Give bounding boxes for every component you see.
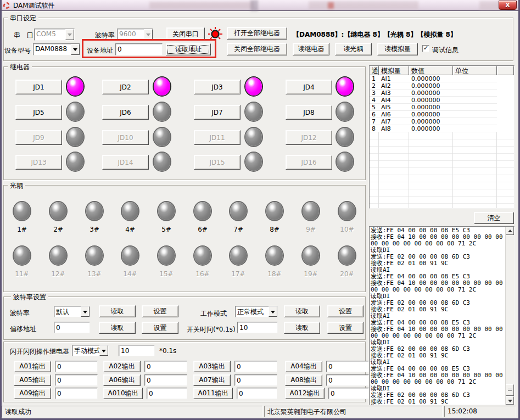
chevron-down-icon bbox=[71, 44, 80, 55]
output-button-a04[interactable]: A04输出 bbox=[285, 361, 322, 372]
flash-time-input[interactable] bbox=[119, 345, 155, 356]
set-switchtime-button[interactable]: 设置 bbox=[327, 322, 364, 334]
output-input-a011[interactable] bbox=[237, 388, 277, 399]
opto-label-19: 19# bbox=[303, 270, 319, 278]
relay-button-jd1[interactable]: JD1 bbox=[15, 80, 62, 94]
close-serial-button[interactable]: 关闭串口 bbox=[166, 27, 205, 41]
output-button-a012[interactable]: A012输出 bbox=[285, 388, 325, 399]
relay-button-jd15: JD15 bbox=[194, 155, 241, 170]
table-row: 1AI10.000000 bbox=[370, 75, 514, 82]
relay-button-jd7[interactable]: JD7 bbox=[194, 105, 241, 120]
scroll-up-icon[interactable] bbox=[506, 227, 514, 235]
col-header-analog[interactable]: 模拟量 bbox=[379, 66, 409, 75]
output-button-a05[interactable]: A05输出 bbox=[14, 374, 51, 386]
close-button[interactable]: X bbox=[499, 1, 517, 10]
output-input-a09[interactable] bbox=[55, 388, 98, 399]
cell-value: 0.000000 bbox=[409, 118, 453, 125]
read-baud-button[interactable]: 读取 bbox=[99, 305, 136, 317]
output-input-a05[interactable] bbox=[55, 374, 98, 386]
opto-led-13 bbox=[86, 247, 103, 265]
relay-led-jd16 bbox=[337, 153, 353, 171]
output-button-a08[interactable]: A08输出 bbox=[285, 374, 322, 386]
set-workmode-button[interactable]: 设置 bbox=[327, 305, 364, 317]
open-all-relays-button[interactable]: 打开全部继电器 bbox=[227, 27, 287, 40]
cell-value: 0.000000 bbox=[409, 111, 453, 118]
output-button-a02[interactable]: A02输出 bbox=[103, 361, 141, 372]
table-row: 6AI60.000000 bbox=[370, 111, 514, 118]
read-offset-button[interactable]: 读取 bbox=[99, 322, 136, 334]
relay-button-jd8[interactable]: JD8 bbox=[286, 105, 332, 120]
output-button-a01[interactable]: A01输出 bbox=[14, 361, 51, 372]
col-header-channel[interactable]: 通 bbox=[370, 66, 379, 75]
output-button-a06[interactable]: A06输出 bbox=[103, 374, 141, 386]
opto-led-6 bbox=[194, 202, 211, 220]
opto-label-20: 20# bbox=[339, 270, 355, 278]
cell-channel: 2 bbox=[370, 82, 379, 89]
relay-button-jd11: JD11 bbox=[194, 130, 241, 145]
relay-button-jd2[interactable]: JD2 bbox=[102, 80, 149, 94]
workmode-value: 正常模式 bbox=[236, 306, 269, 317]
port-combo-value: COM5 bbox=[35, 29, 65, 40]
log-scrollbar[interactable] bbox=[505, 227, 514, 405]
read-address-button[interactable]: 读取地址 bbox=[166, 43, 211, 55]
col-header-value[interactable]: 数值 bbox=[409, 66, 453, 75]
output-input-a012[interactable] bbox=[328, 388, 369, 399]
output-button-a07[interactable]: A07输出 bbox=[193, 374, 231, 386]
address-input[interactable] bbox=[115, 43, 163, 55]
output-input-a07[interactable] bbox=[234, 374, 277, 386]
opto-led-14 bbox=[122, 247, 138, 265]
flash-label: 闪开闪闭操作继电器 bbox=[10, 347, 69, 356]
workmode-combo[interactable]: 正常模式 bbox=[235, 306, 278, 317]
cell-channel: 7 bbox=[370, 118, 379, 125]
relay-button-jd4[interactable]: JD4 bbox=[286, 80, 332, 94]
read-workmode-button[interactable]: 读取 bbox=[284, 305, 320, 317]
output-input-a010[interactable] bbox=[147, 388, 187, 399]
model-combo-value: DAM0888 bbox=[33, 44, 71, 55]
col-header-extra[interactable] bbox=[497, 66, 514, 75]
chevron-down-icon bbox=[269, 306, 277, 317]
output-button-a011[interactable]: A011输出 bbox=[193, 388, 233, 399]
output-input-a08[interactable] bbox=[326, 374, 369, 386]
flash-mode-value: 手动模式 bbox=[72, 345, 99, 356]
relay-led-jd14 bbox=[154, 153, 170, 171]
model-combo[interactable]: DAM0888 bbox=[33, 43, 80, 55]
relay-button-jd3[interactable]: JD3 bbox=[194, 80, 241, 94]
output-button-a010[interactable]: A010输出 bbox=[103, 388, 143, 399]
baud-setting-combo[interactable]: 默认 bbox=[54, 306, 90, 317]
offset-input[interactable] bbox=[54, 322, 90, 333]
cell-name: AI4 bbox=[379, 97, 409, 104]
scrollbar-thumb[interactable] bbox=[506, 384, 514, 396]
output-input-a03[interactable] bbox=[234, 361, 277, 372]
table-row: 2AI20.000000 bbox=[370, 82, 514, 89]
close-all-relays-button[interactable]: 关闭全部继电器 bbox=[227, 43, 287, 55]
relay-button-jd12: JD12 bbox=[286, 130, 332, 145]
relay-button-jd6[interactable]: JD6 bbox=[102, 105, 149, 120]
read-relay-button[interactable]: 读继电器 bbox=[293, 43, 329, 55]
output-input-a04[interactable] bbox=[326, 361, 369, 372]
flash-mode-combo[interactable]: 手动模式 bbox=[72, 345, 109, 356]
debug-log-box[interactable]: 发送:FE 04 00 00 00 08 E5 C3 接收:FE 04 10 0… bbox=[369, 226, 515, 405]
relay-led-jd5 bbox=[67, 103, 83, 121]
app-logo-icon bbox=[3, 2, 10, 9]
title-bar[interactable]: DAM调试软件 X bbox=[0, 0, 520, 11]
relay-button-jd5[interactable]: JD5 bbox=[15, 105, 62, 120]
clear-log-button[interactable]: 清空 bbox=[474, 212, 514, 224]
output-button-a09[interactable]: A09输出 bbox=[14, 388, 51, 399]
set-baud-button[interactable]: 设置 bbox=[142, 305, 178, 317]
output-button-a03[interactable]: A03输出 bbox=[193, 361, 231, 372]
debug-info-checkbox[interactable]: ✓ bbox=[422, 45, 429, 52]
set-offset-button[interactable]: 设置 bbox=[142, 322, 178, 334]
read-switchtime-button[interactable]: 读取 bbox=[284, 322, 320, 334]
output-input-a02[interactable] bbox=[144, 361, 187, 372]
cell-channel: 1 bbox=[370, 75, 379, 82]
col-header-unit[interactable]: 单位 bbox=[453, 66, 497, 75]
switch-time-input[interactable] bbox=[237, 322, 278, 333]
output-input-a01[interactable] bbox=[55, 361, 98, 372]
read-opto-button[interactable]: 读光耦 bbox=[335, 43, 372, 55]
table-row: 5AI50.000000 bbox=[370, 104, 514, 111]
scroll-down-icon[interactable] bbox=[506, 396, 514, 405]
baud-label: 波特率 bbox=[95, 31, 115, 40]
read-analog-button[interactable]: 读模拟量 bbox=[377, 43, 418, 55]
opto-label-6: 6# bbox=[194, 226, 211, 233]
output-input-a06[interactable] bbox=[144, 374, 187, 386]
